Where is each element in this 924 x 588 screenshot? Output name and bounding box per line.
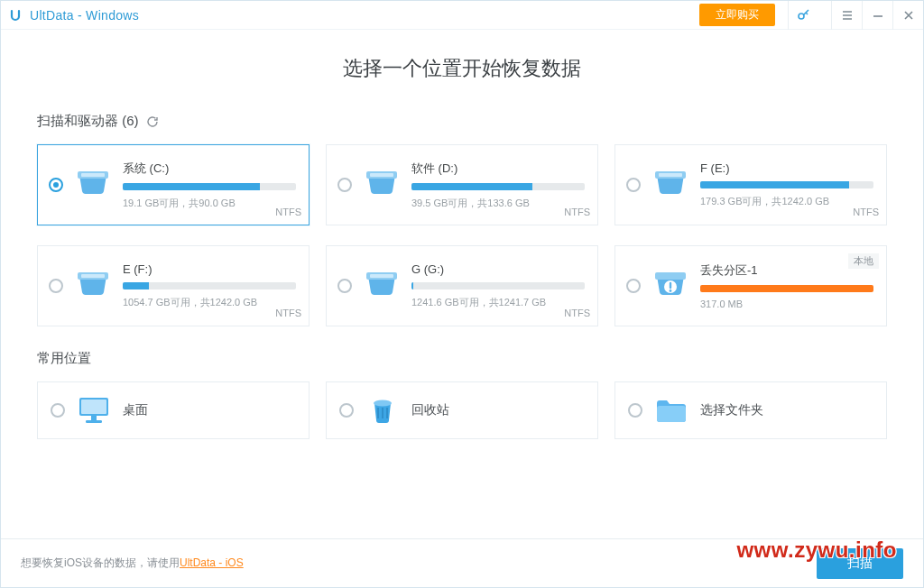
app-title: UltData - Windows: [30, 8, 139, 23]
content-area: 选择一个位置开始恢复数据 扫描和驱动器 (6) 系统 (C:)19.1 GB可用…: [1, 30, 923, 538]
drive-body: G (G:)1241.6 GB可用，共1241.7 GB: [411, 262, 585, 309]
drive-icon: [72, 268, 114, 304]
location-card[interactable]: 回收站: [326, 381, 598, 439]
minimize-icon[interactable]: [862, 1, 892, 30]
drive-radio[interactable]: [49, 279, 63, 293]
drives-section-header: 扫描和驱动器 (6): [37, 113, 887, 130]
drive-fs-badge: NTFS: [853, 207, 879, 217]
location-card[interactable]: 桌面: [37, 381, 310, 439]
drive-progress: [700, 285, 873, 292]
footer: 想要恢复iOS设备的数据，请使用UltData - iOS 扫描: [1, 538, 923, 587]
drive-free-text: 1241.6 GB可用，共1241.7 GB: [411, 296, 585, 309]
drive-card[interactable]: E (F:)1054.7 GB可用，共1242.0 GBNTFS: [37, 245, 310, 326]
svg-rect-16: [91, 416, 97, 420]
drive-fs-badge: NTFS: [275, 207, 301, 217]
drive-progress: [123, 282, 296, 289]
titlebar-left: UltData - Windows: [8, 8, 139, 23]
drive-free-text: 179.3 GB可用，共1242.0 GB: [700, 195, 873, 208]
drive-body: 软件 (D:)39.5 GB可用，共133.6 GB: [411, 161, 585, 210]
svg-rect-6: [659, 173, 682, 177]
drive-fs-badge: 本地: [848, 253, 879, 269]
svg-rect-11: [655, 272, 686, 280]
svg-rect-15: [81, 400, 106, 414]
location-card[interactable]: 选择文件夹: [614, 381, 887, 439]
drive-name: G (G:): [411, 262, 585, 276]
drive-card[interactable]: F (E:)179.3 GB可用，共1242.0 GBNTFS: [614, 144, 887, 225]
drive-icon: [650, 167, 691, 203]
drives-section-label: 扫描和驱动器 (6): [37, 113, 139, 130]
drive-radio[interactable]: [626, 279, 641, 293]
footer-prefix: 想要恢复iOS设备的数据，请使用: [21, 556, 180, 569]
footer-text: 想要恢复iOS设备的数据，请使用UltData - iOS: [21, 556, 244, 571]
drive-fs-badge: NTFS: [564, 207, 590, 217]
titlebar: UltData - Windows 立即购买: [1, 1, 923, 30]
drive-body: F (E:)179.3 GB可用，共1242.0 GB: [700, 161, 873, 208]
drive-icon: [72, 167, 114, 203]
menu-icon[interactable]: [831, 1, 862, 30]
drive-free-text: 317.0 MB: [700, 299, 873, 309]
footer-link[interactable]: UltData - iOS: [180, 556, 244, 569]
key-icon[interactable]: [788, 1, 818, 30]
drive-body: 系统 (C:)19.1 GB可用，共90.0 GB: [123, 161, 296, 210]
drive-radio[interactable]: [626, 178, 641, 192]
refresh-icon[interactable]: [146, 115, 160, 128]
drive-card[interactable]: G (G:)1241.6 GB可用，共1241.7 GBNTFS: [326, 245, 598, 326]
drives-grid: 系统 (C:)19.1 GB可用，共90.0 GBNTFS软件 (D:)39.5…: [37, 144, 887, 326]
svg-rect-4: [370, 173, 393, 177]
location-radio[interactable]: [51, 403, 65, 418]
svg-rect-10: [370, 274, 393, 278]
drive-radio[interactable]: [49, 178, 63, 192]
buy-now-button[interactable]: 立即购买: [699, 4, 775, 26]
location-label: 桌面: [123, 402, 148, 418]
drive-card[interactable]: 系统 (C:)19.1 GB可用，共90.0 GBNTFS: [37, 144, 310, 225]
svg-rect-19: [657, 406, 686, 422]
drive-free-text: 39.5 GB可用，共133.6 GB: [411, 197, 585, 210]
folder-icon: [653, 394, 689, 427]
drive-name: E (F:): [123, 262, 296, 276]
app-window: UltData - Windows 立即购买 选择一个位置开始恢复数据 扫描和驱…: [0, 0, 924, 588]
location-label: 选择文件夹: [700, 402, 763, 418]
svg-rect-17: [86, 420, 102, 423]
scan-button[interactable]: 扫描: [817, 548, 903, 579]
location-radio[interactable]: [628, 403, 642, 418]
drive-radio[interactable]: [337, 178, 352, 192]
svg-point-13: [670, 289, 672, 292]
location-radio[interactable]: [339, 403, 354, 418]
location-label: 回收站: [411, 402, 449, 418]
drive-progress: [700, 181, 873, 188]
drive-icon: [361, 268, 402, 304]
drive-name: F (E:): [700, 161, 873, 175]
trash-icon: [365, 394, 401, 427]
page-title: 选择一个位置开始恢复数据: [37, 55, 887, 82]
drive-progress: [411, 282, 585, 289]
close-icon[interactable]: [892, 1, 923, 30]
svg-rect-8: [81, 274, 105, 278]
drive-progress: [411, 183, 585, 190]
titlebar-right: 立即购买: [699, 1, 923, 30]
drive-card[interactable]: 丢失分区-1317.0 MB本地: [614, 245, 887, 326]
drive-card[interactable]: 软件 (D:)39.5 GB可用，共133.6 GBNTFS: [326, 144, 598, 225]
svg-rect-2: [81, 173, 105, 177]
drive-free-text: 1054.7 GB可用，共1242.0 GB: [123, 296, 296, 309]
drive-name: 系统 (C:): [123, 161, 296, 177]
app-logo-icon: [8, 8, 23, 23]
drive-name: 软件 (D:): [411, 161, 585, 177]
locations-section-label: 常用位置: [37, 350, 91, 367]
drive-body: 丢失分区-1317.0 MB: [700, 262, 873, 309]
desktop-icon: [76, 394, 112, 427]
locations-section-header: 常用位置: [37, 350, 887, 367]
svg-point-18: [374, 400, 392, 406]
drive-radio[interactable]: [337, 279, 352, 293]
drive-icon: [361, 167, 402, 203]
drive-icon: [650, 268, 691, 304]
drive-free-text: 19.1 GB可用，共90.0 GB: [123, 197, 296, 210]
drive-progress: [123, 183, 296, 190]
drive-fs-badge: NTFS: [564, 308, 590, 318]
drive-body: E (F:)1054.7 GB可用，共1242.0 GB: [123, 262, 296, 309]
locations-grid: 桌面回收站选择文件夹: [37, 381, 887, 439]
drive-fs-badge: NTFS: [275, 308, 301, 318]
